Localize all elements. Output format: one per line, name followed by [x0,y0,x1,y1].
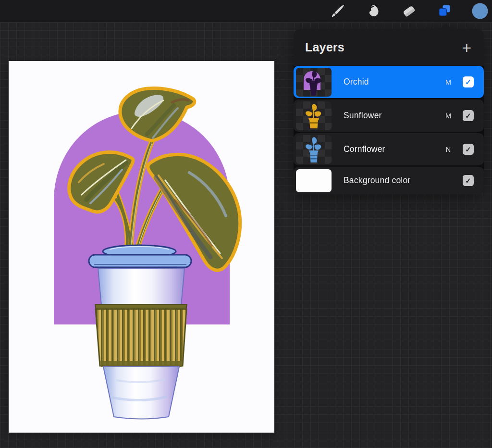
layer-name: Orchid [344,77,443,87]
layer-row-sunflower[interactable]: Sunflower M ✓ [294,100,484,132]
layers-panel-title: Layers [305,40,460,54]
drawing-canvas[interactable] [9,61,274,433]
layer-name: Cornflower [344,144,443,154]
layer-list: Orchid M ✓ [294,66,484,194]
add-layer-button[interactable]: + [460,40,473,55]
eraser-tool-icon[interactable] [398,0,420,22]
layer-row-cornflower[interactable]: Cornflower N ✓ [294,133,484,165]
layer-name: Background color [344,175,443,186]
top-toolbar [0,0,492,22]
blend-mode-badge[interactable]: M [443,78,454,86]
layer-thumbnail-cornflower[interactable] [296,135,332,164]
background-color-swatch[interactable] [296,169,332,192]
brush-tool-icon[interactable] [327,0,349,22]
procreate-window: Layers + [0,0,492,448]
panel-pointer-arrow [440,24,452,29]
smudge-tool-icon[interactable] [362,0,384,22]
blend-mode-badge[interactable]: N [443,146,454,153]
layer-row-orchid[interactable]: Orchid M ✓ [294,66,484,98]
layers-tool-icon[interactable] [433,0,455,22]
layer-name: Sunflower [344,111,443,121]
layer-visibility-checkbox[interactable]: ✓ [463,175,474,186]
layer-visibility-checkbox[interactable]: ✓ [463,76,474,87]
blend-mode-badge[interactable]: M [443,112,454,120]
color-swatch-button[interactable] [469,0,491,22]
layer-row-background-color[interactable]: Background color ✓ [294,167,484,194]
layers-panel: Layers + [294,29,484,194]
layer-thumbnail-sunflower[interactable] [296,101,332,130]
layers-panel-header: Layers + [294,29,484,66]
layer-visibility-checkbox[interactable]: ✓ [463,144,474,155]
layer-thumbnail-orchid[interactable] [296,68,332,97]
layer-visibility-checkbox[interactable]: ✓ [463,110,474,121]
